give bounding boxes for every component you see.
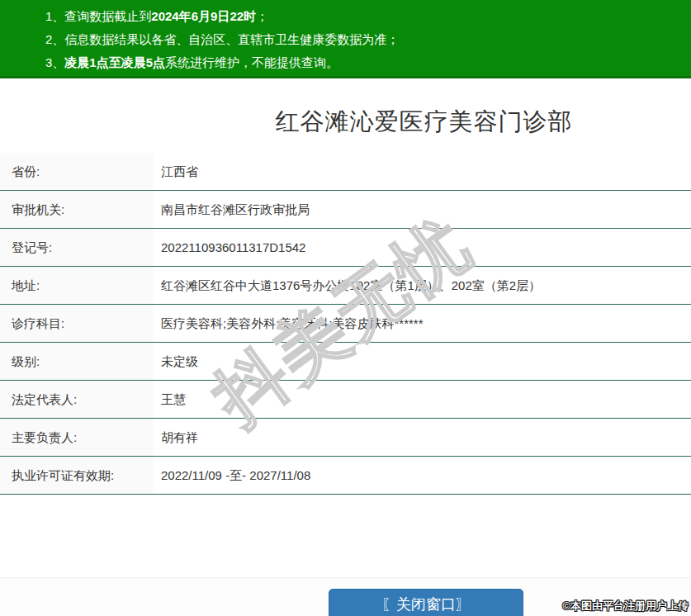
- table-row-license-validity: 执业许可证有效期: 2022/11/09 -至- 2027/11/08: [0, 457, 691, 495]
- notice-num: 1、: [45, 9, 64, 23]
- row-value: 胡有祥: [153, 419, 691, 456]
- row-label: 法定代表人:: [0, 381, 153, 418]
- notice-num: 3、: [45, 55, 64, 69]
- row-label: 审批机关:: [0, 191, 153, 228]
- row-label: 执业许可证有效期:: [0, 457, 153, 494]
- table-row-medical-subjects: 诊疗科目: 医疗美容科;美容外科;美容牙科;美容皮肤科******: [0, 305, 691, 343]
- notice-text: 查询数据截止到: [64, 9, 151, 23]
- row-value: 医疗美容科;美容外科;美容牙科;美容皮肤科******: [153, 305, 691, 342]
- notice-text: 系统进行维护，不能提供查询。: [165, 55, 338, 69]
- notice-bold: 凌晨1点至凌晨5点: [64, 55, 165, 69]
- row-label: 级别:: [0, 343, 153, 380]
- table-row-legal-representative: 法定代表人: 王慧: [0, 381, 691, 419]
- notice-line-3: 3、凌晨1点至凌晨5点系统进行维护，不能提供查询。: [0, 51, 691, 74]
- row-value: 2022110936011317D1542: [153, 229, 691, 266]
- row-value: 红谷滩区红谷中大道1376号办公楼102室（第1层）、202室（第2层）: [153, 267, 691, 304]
- close-window-button[interactable]: 〖关闭窗口〗: [329, 589, 523, 616]
- row-value: 南昌市红谷滩区行政审批局: [153, 191, 691, 228]
- table-row-address: 地址: 红谷滩区红谷中大道1376号办公楼102室（第1层）、202室（第2层）: [0, 267, 691, 305]
- row-value: 王慧: [153, 381, 691, 418]
- row-label: 省份:: [0, 153, 153, 190]
- info-table: 省份: 江西省 审批机关: 南昌市红谷滩区行政审批局 登记号: 20221109…: [0, 153, 691, 495]
- row-label: 登记号:: [0, 229, 153, 266]
- table-row-province: 省份: 江西省: [0, 153, 691, 191]
- table-row-person-in-charge: 主要负责人: 胡有祥: [0, 419, 691, 457]
- table-row-level: 级别: 未定级: [0, 343, 691, 381]
- upload-badge: ©本图由平台注册用户上传: [562, 599, 689, 614]
- row-label: 地址:: [0, 267, 153, 304]
- notice-line-1: 1、查询数据截止到2024年6月9日22时；: [0, 5, 691, 28]
- table-row-approval-authority: 审批机关: 南昌市红谷滩区行政审批局: [0, 191, 691, 229]
- row-label: 诊疗科目:: [0, 305, 153, 342]
- row-label: 主要负责人:: [0, 419, 153, 456]
- row-value: 未定级: [153, 343, 691, 380]
- notice-text: ；: [256, 9, 268, 23]
- notice-text: 信息数据结果以各省、自治区、直辖市卫生健康委数据为准；: [64, 32, 399, 46]
- page-title: 红谷滩沁爱医疗美容门诊部: [157, 106, 691, 139]
- notice-bold: 2024年6月9日22时: [151, 9, 256, 23]
- row-value: 江西省: [153, 153, 691, 190]
- notice-line-2: 2、信息数据结果以各省、自治区、直辖市卫生健康委数据为准；: [0, 28, 691, 51]
- notice-num: 2、: [45, 32, 64, 46]
- notice-bar: 1、查询数据截止到2024年6月9日22时； 2、信息数据结果以各省、自治区、直…: [0, 0, 691, 78]
- row-value: 2022/11/09 -至- 2027/11/08: [153, 457, 691, 494]
- table-row-registration-number: 登记号: 2022110936011317D1542: [0, 229, 691, 267]
